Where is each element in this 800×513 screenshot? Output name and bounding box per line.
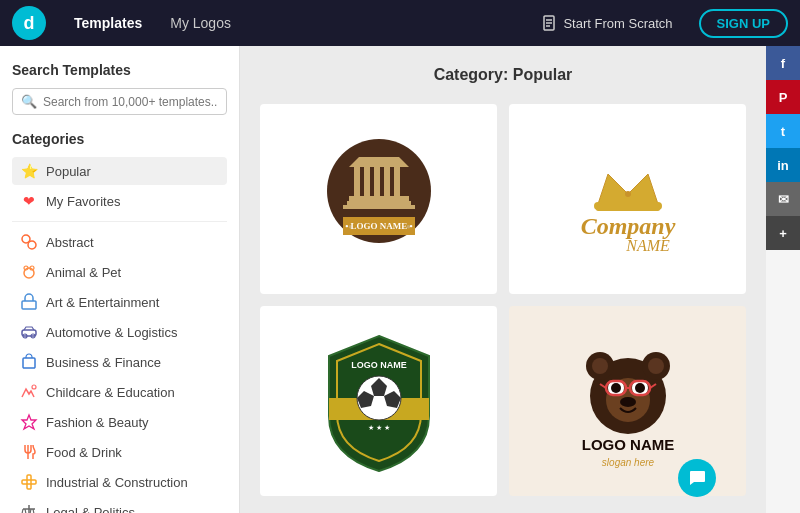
svg-rect-25 (384, 167, 390, 197)
svg-point-51 (592, 358, 608, 374)
sidebar-item-auto[interactable]: Automotive & Logistics (12, 318, 227, 346)
food-icon (20, 443, 38, 461)
category-label-business: Business & Finance (46, 355, 161, 370)
business-icon (20, 353, 38, 371)
category-heading: Category: Popular (260, 66, 746, 84)
svg-text:★ ★ ★: ★ ★ ★ (368, 424, 390, 431)
category-label-legal: Legal & Politics (46, 505, 135, 514)
sidebar-item-legal[interactable]: Legal & Politics (12, 498, 227, 513)
category-label-food: Food & Drink (46, 445, 122, 460)
sidebar-item-food[interactable]: Food & Drink (12, 438, 227, 466)
legal-icon (20, 503, 38, 513)
svg-point-63 (620, 397, 636, 407)
svg-marker-15 (22, 415, 36, 429)
signup-button[interactable]: SIGN UP (699, 9, 788, 38)
logo-card-2[interactable]: Company NAME (509, 104, 746, 294)
svg-point-56 (611, 383, 621, 393)
category-label-abstract: Abstract (46, 235, 94, 250)
svg-point-52 (648, 358, 664, 374)
linkedin-button[interactable]: in (766, 148, 800, 182)
svg-point-37 (625, 191, 631, 197)
svg-text:NAME: NAME (625, 237, 670, 254)
main-nav: Templates My Logos (62, 9, 243, 37)
svg-text:• LOGO NAME •: • LOGO NAME • (345, 221, 413, 231)
category-label-industrial: Industrial & Construction (46, 475, 188, 490)
sidebar-item-childcare[interactable]: Childcare & Education (12, 378, 227, 406)
svg-rect-9 (22, 301, 36, 309)
main-layout: Search Templates 🔍 Categories ⭐ Popular … (0, 46, 800, 513)
svg-rect-13 (23, 358, 35, 368)
svg-point-14 (32, 385, 36, 389)
twitter-button[interactable]: t (766, 114, 800, 148)
svg-rect-28 (349, 196, 409, 201)
fashion-icon (20, 413, 38, 431)
svg-marker-27 (349, 157, 409, 167)
sidebar-item-animal[interactable]: Animal & Pet (12, 258, 227, 286)
logo-card-1[interactable]: ● ● • LOGO NAME • (260, 104, 497, 294)
sidebar-item-popular[interactable]: ⭐ Popular (12, 157, 227, 185)
svg-rect-17 (27, 475, 31, 489)
facebook-button[interactable]: f (766, 46, 800, 80)
category-label-text: Category: (434, 66, 509, 83)
start-from-scratch-label: Start From Scratch (563, 16, 672, 31)
search-title: Search Templates (12, 62, 227, 78)
sidebar: Search Templates 🔍 Categories ⭐ Popular … (0, 46, 240, 513)
svg-rect-18 (22, 480, 36, 484)
svg-point-57 (635, 383, 645, 393)
categories-title: Categories (12, 131, 227, 147)
category-name-text: Popular (513, 66, 573, 83)
email-button[interactable]: ✉ (766, 182, 800, 216)
nav-templates[interactable]: Templates (62, 9, 154, 37)
svg-rect-22 (354, 167, 360, 197)
search-input[interactable] (43, 95, 218, 109)
abstract-icon (20, 233, 38, 251)
search-icon: 🔍 (21, 94, 37, 109)
childcare-icon (20, 383, 38, 401)
industrial-icon (20, 473, 38, 491)
svg-text:slogan here: slogan here (601, 457, 654, 468)
svg-rect-10 (22, 330, 36, 336)
category-label-auto: Automotive & Logistics (46, 325, 178, 340)
svg-rect-29 (347, 201, 411, 205)
category-label-childcare: Childcare & Education (46, 385, 175, 400)
sidebar-item-abstract[interactable]: Abstract (12, 228, 227, 256)
app-logo: d (12, 6, 46, 40)
svg-rect-26 (394, 167, 400, 197)
search-box: 🔍 (12, 88, 227, 115)
chat-bubble[interactable] (678, 459, 716, 497)
svg-text:LOGO NAME: LOGO NAME (351, 360, 407, 370)
category-label-favorites: My Favorites (46, 194, 120, 209)
art-icon (20, 293, 38, 311)
pinterest-button[interactable]: P (766, 80, 800, 114)
animal-icon (20, 263, 38, 281)
content-area: Category: Popular (240, 46, 766, 513)
logo-grid: ● ● • LOGO NAME • (260, 104, 746, 496)
document-icon (541, 15, 557, 31)
svg-rect-30 (343, 205, 415, 209)
sidebar-item-business[interactable]: Business & Finance (12, 348, 227, 376)
svg-text:LOGO NAME: LOGO NAME (581, 436, 674, 453)
svg-text:Company: Company (580, 213, 675, 239)
nav-my-logos[interactable]: My Logos (158, 9, 243, 37)
svg-rect-38 (596, 203, 660, 211)
sidebar-item-industrial[interactable]: Industrial & Construction (12, 468, 227, 496)
auto-icon (20, 323, 38, 341)
svg-rect-23 (364, 167, 370, 197)
sidebar-item-fashion[interactable]: Fashion & Beauty (12, 408, 227, 436)
header: d Templates My Logos Start From Scratch … (0, 0, 800, 46)
sidebar-item-art[interactable]: Art & Entertainment (12, 288, 227, 316)
category-label-art: Art & Entertainment (46, 295, 159, 310)
star-icon: ⭐ (20, 162, 38, 180)
heart-icon: ❤ (20, 192, 38, 210)
sidebar-item-favorites[interactable]: ❤ My Favorites (12, 187, 227, 215)
svg-rect-24 (374, 167, 380, 197)
svg-point-5 (28, 241, 36, 249)
category-label-animal: Animal & Pet (46, 265, 121, 280)
social-sidebar: f P t in ✉ + (766, 46, 800, 513)
category-label-popular: Popular (46, 164, 91, 179)
start-from-scratch-button[interactable]: Start From Scratch (531, 9, 682, 37)
more-button[interactable]: + (766, 216, 800, 250)
category-label-fashion: Fashion & Beauty (46, 415, 149, 430)
logo-card-3[interactable]: ★ ★ ★ LOGO NAME (260, 306, 497, 496)
